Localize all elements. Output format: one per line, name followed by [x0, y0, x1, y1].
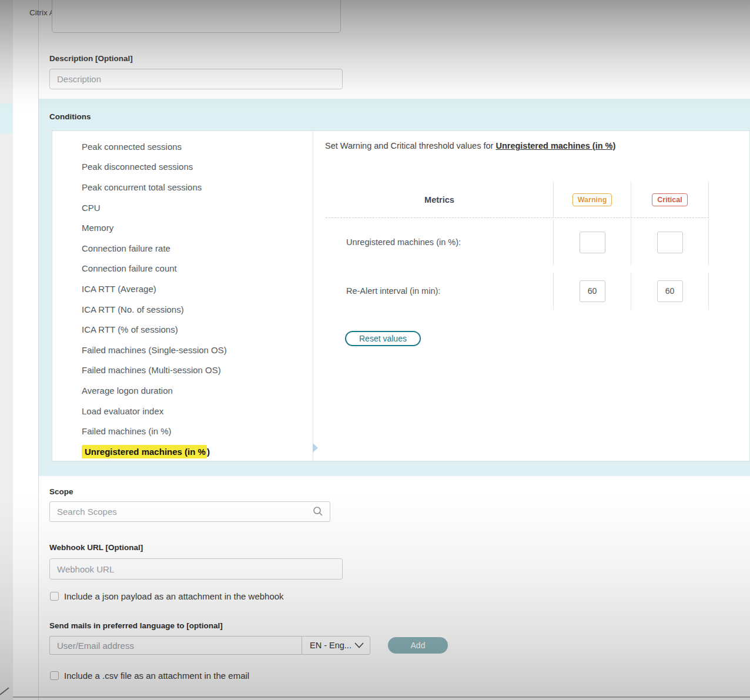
metrics-column-header: Metrics	[326, 182, 553, 217]
warning-badge: Warning	[572, 193, 612, 206]
csv-checkbox[interactable]	[50, 671, 59, 680]
condition-item[interactable]: Connection failure rate	[52, 238, 313, 259]
csv-checkbox-row: Include a .csv file as an attachment in …	[50, 671, 249, 681]
condition-item[interactable]: Peak connected sessions	[52, 136, 313, 157]
reset-values-button[interactable]: Reset values	[345, 331, 421, 346]
threshold-table-header: Metrics Warning Critical	[326, 182, 709, 218]
selected-condition-rest: )	[207, 447, 210, 457]
json-payload-checkbox-row: Include a json payload as an attachment …	[50, 591, 284, 601]
webhook-label: Webhook URL [Optional]	[49, 543, 143, 552]
critical-badge: Critical	[652, 193, 687, 206]
condition-item[interactable]: Failed machines (Single-session OS)	[52, 340, 313, 360]
condition-item[interactable]: ICA RTT (Average)	[52, 279, 313, 299]
conditions-section: Conditions Peak connected sessions Peak …	[39, 99, 750, 476]
bottom-divider	[13, 696, 750, 698]
condition-item[interactable]: ICA RTT (% of sessions)	[52, 319, 313, 340]
json-payload-checkbox[interactable]	[50, 592, 59, 601]
conditions-list: Peak connected sessions Peak disconnecte…	[52, 131, 313, 461]
condition-item[interactable]: Average logon duration	[52, 380, 313, 401]
condition-item[interactable]: Peak disconnected sessions	[52, 157, 313, 177]
page-gutter	[13, 0, 38, 700]
chevron-down-icon	[354, 642, 364, 648]
selected-condition-highlight: Unregistered machines (in %	[82, 445, 207, 458]
add-email-button[interactable]: Add	[388, 637, 448, 654]
table-row: Unregistered machines (in %):	[326, 219, 709, 265]
send-mails-label: Send mails in preferred language to [opt…	[49, 621, 223, 630]
condition-item[interactable]: Connection failure count	[52, 259, 313, 279]
table-row: Re-Alert interval (in min):	[326, 272, 709, 310]
language-dropdown-value: EN - Eng...	[310, 641, 351, 650]
page-left-margin	[0, 0, 13, 700]
realert-row-label: Re-Alert interval (in min):	[326, 286, 440, 296]
description-input[interactable]	[49, 69, 343, 89]
warning-realert-input[interactable]	[580, 280, 605, 302]
condition-item[interactable]: ICA RTT (No. of sessions)	[52, 299, 313, 320]
scope-search	[49, 501, 330, 522]
policy-name-input-partial[interactable]	[52, 0, 341, 33]
condition-item[interactable]: Load evaluator index	[52, 401, 313, 421]
metric-row-label: Unregistered machines (in %):	[326, 237, 461, 247]
critical-realert-input[interactable]	[657, 280, 683, 302]
description-label: Description [Optional]	[49, 54, 133, 63]
conditions-section-label: Conditions	[49, 112, 91, 121]
user-email-input[interactable]	[49, 636, 302, 655]
csv-checkbox-label: Include a .csv file as an attachment in …	[64, 671, 249, 681]
threshold-detail-panel: Set Warning and Critical threshold value…	[313, 131, 749, 461]
threshold-table: Metrics Warning Critical Unregistered ma…	[326, 182, 709, 310]
language-dropdown[interactable]: EN - Eng...	[302, 636, 370, 655]
condition-item[interactable]: Memory	[52, 217, 313, 238]
search-icon	[313, 506, 323, 517]
scope-label: Scope	[49, 487, 73, 496]
json-payload-checkbox-label: Include a json payload as an attachment …	[64, 591, 284, 601]
scope-search-input[interactable]	[49, 501, 330, 522]
critical-threshold-input[interactable]	[657, 232, 683, 253]
condition-item[interactable]: CPU	[52, 197, 313, 218]
threshold-header: Set Warning and Critical threshold value…	[325, 141, 615, 150]
left-margin-cyan-band	[0, 103, 13, 134]
condition-item[interactable]: Peak concurrent total sessions	[52, 177, 313, 197]
condition-item-selected[interactable]: Unregistered machines (in %)	[52, 441, 313, 462]
webhook-url-input[interactable]	[49, 558, 343, 580]
condition-item[interactable]: Failed machines (Multi-session OS)	[52, 360, 313, 381]
condition-item[interactable]: Failed machines (in %)	[52, 421, 313, 441]
conditions-panel: Peak connected sessions Peak disconnecte…	[52, 130, 750, 461]
threshold-header-metric: Unregistered machines (in %)	[495, 141, 615, 150]
warning-threshold-input[interactable]	[580, 232, 605, 253]
